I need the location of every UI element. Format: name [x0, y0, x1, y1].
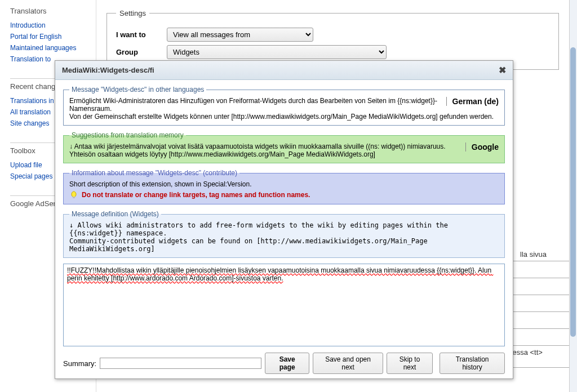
settings-label-iwantto: I want to	[116, 30, 167, 39]
lightbulb-icon	[69, 190, 78, 199]
sidebar-heading-translators: Translators	[10, 7, 83, 15]
settings-legend: Settings	[116, 9, 149, 17]
sidebar-link-portal[interactable]: Portal for English	[10, 31, 83, 42]
sidebar-link-maintained[interactable]: Maintained languages	[10, 42, 83, 54]
scrollbar[interactable]	[569, 0, 577, 392]
close-icon[interactable]: ✖	[499, 65, 506, 75]
sidebar-link-introduction[interactable]: Introduction	[10, 20, 83, 31]
other-languages-fieldset: Message "Widgets-desc" in other language…	[63, 86, 505, 126]
select-group[interactable]: Widgets	[167, 45, 387, 59]
dialog-footer: Summary: Save page Save and open next Sk…	[63, 353, 505, 374]
save-and-next-button[interactable]: Save and open next	[313, 353, 383, 374]
suggestion-text-1[interactable]: ↓ Antaa wiki järjestelmänvalvojat voivat…	[69, 142, 499, 150]
translation-dialog: MediaWiki:Widgets-desc/fi ✖ Message "Wid…	[55, 60, 513, 379]
suggestions-fieldset: Suggestions from translation memory Goog…	[63, 131, 505, 163]
other-lang-text-1: Ermöglicht Wiki-Administratoren das Hinz…	[69, 97, 499, 113]
definition-text-2: Community-contributed widgets can be fou…	[69, 237, 499, 253]
summary-label: Summary:	[63, 359, 96, 368]
language-tag-german: German (de)	[446, 97, 499, 106]
settings-label-group: Group	[116, 48, 167, 56]
summary-input[interactable]	[100, 358, 261, 369]
suggestion-text-2: Yhteisön osaltaan widgets löytyy [http:/…	[69, 150, 499, 158]
scrollbar-thumb[interactable]	[570, 47, 576, 337]
select-i-want-to[interactable]: View all messages from	[167, 28, 313, 42]
suggestions-legend: Suggestions from translation memory	[69, 131, 186, 139]
definition-legend: Message definition (Widgets)	[69, 210, 161, 218]
history-button[interactable]: Translation history	[440, 353, 505, 374]
info-description: Short description of this extension, sho…	[69, 180, 499, 188]
dialog-title: MediaWiki:Widgets-desc/fi	[62, 66, 154, 74]
warning-text: Do not translate or change link targets,…	[82, 191, 310, 199]
other-lang-text-2: Von der Gemeinschaft erstellte Widgets k…	[69, 113, 499, 121]
suggestion-source-google[interactable]: Google	[465, 142, 499, 152]
skip-button[interactable]: Skip to next	[387, 353, 433, 374]
info-legend: Information about message "Widgets-desc"…	[69, 169, 239, 177]
definition-fieldset: Message definition (Widgets) ↓ Allows wi…	[63, 210, 505, 258]
svg-point-0	[72, 191, 76, 197]
svg-rect-1	[73, 197, 75, 198]
translation-input[interactable]	[63, 264, 505, 346]
definition-text-1: ↓ Allows wiki administrators to add free…	[69, 221, 499, 237]
info-fieldset: Information about message "Widgets-desc"…	[63, 169, 505, 204]
dialog-header: MediaWiki:Widgets-desc/fi ✖	[55, 61, 513, 80]
save-button[interactable]: Save page	[265, 353, 309, 374]
other-languages-legend: Message "Widgets-desc" in other language…	[69, 86, 206, 93]
